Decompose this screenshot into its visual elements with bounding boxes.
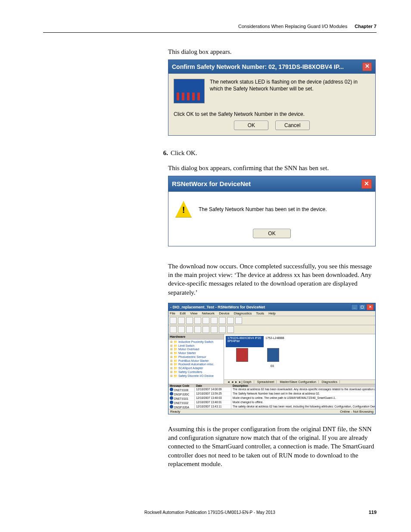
- tree-item[interactable]: Motor Overload: [170, 348, 222, 352]
- header-rule: [43, 32, 377, 33]
- col-header-date: Date: [195, 384, 231, 387]
- toolbar-button[interactable]: [227, 317, 234, 324]
- info-icon: [170, 401, 173, 404]
- tree-item[interactable]: Inductive Proximity Switch: [170, 340, 222, 344]
- toolbar-button[interactable]: [178, 326, 185, 333]
- toolbar-button[interactable]: [170, 326, 177, 333]
- dialog-message: The network status LED is flashing on th…: [210, 79, 370, 92]
- toolbar-button[interactable]: [170, 317, 177, 324]
- tree-item[interactable]: Limit Switch: [170, 344, 222, 348]
- hardware-sidebar: Hardware Inductive Proximity Switch Limi…: [168, 334, 224, 384]
- menu-view[interactable]: View: [190, 311, 197, 315]
- info-icon: [170, 405, 173, 408]
- toolbar-button[interactable]: [219, 317, 226, 324]
- toolbar-button[interactable]: [202, 317, 209, 324]
- app-toolbar-2: [168, 325, 375, 334]
- info-icon: [170, 392, 173, 395]
- app-toolbar: [168, 316, 375, 325]
- tree-item[interactable]: Safety Discrete I/O Device: [170, 374, 222, 378]
- step-6: 6. Click OK.: [159, 149, 377, 157]
- col-header-desc: Description: [231, 384, 375, 387]
- close-icon[interactable]: ✕: [367, 304, 374, 310]
- dialog-title-text: Confirm Safety Network Number: 02, 1791D…: [172, 63, 344, 70]
- message-row[interactable]: DNET:0102 12/10/2007 13:48:01 Mode chang…: [168, 400, 375, 404]
- device-address: 03: [271, 364, 274, 367]
- toolbar-button[interactable]: [211, 326, 218, 333]
- menu-device[interactable]: Device: [219, 311, 229, 315]
- page-number: 119: [369, 510, 377, 515]
- section-title: Considerations When Replacing Guard I/O …: [238, 24, 347, 29]
- rsnetworx-app-window: - DIO_replacement_Test - RSNetWorx for D…: [168, 303, 376, 414]
- menu-diagnostics[interactable]: Diagnostics: [234, 311, 252, 315]
- device-label[interactable]: 1752-L24BBB: [264, 336, 286, 340]
- tree-item[interactable]: Motor Starter: [170, 352, 222, 355]
- warning-icon: [175, 201, 192, 218]
- message-row[interactable]: DNET:0101 12/10/2007 13:48:03 Mode chang…: [168, 396, 375, 400]
- step-number: 6.: [159, 149, 171, 157]
- rsnetworx-confirm-dialog: RSNetWorx for DeviceNet ✕ The Safety Net…: [168, 176, 376, 246]
- status-left: Ready: [170, 410, 180, 414]
- publication-id: Rockwell Automation Publication 1791DS-U…: [144, 510, 275, 515]
- col-header-code: Message Code: [168, 384, 195, 387]
- sidebar-header: Hardware: [168, 334, 224, 339]
- toolbar-button[interactable]: [186, 326, 193, 333]
- menu-help[interactable]: Help: [268, 311, 275, 315]
- message-row[interactable]: DNSP:020A 12/10/2007 13:43:11 The safety…: [168, 404, 375, 409]
- ok-button[interactable]: OK: [234, 121, 268, 130]
- tab-master-slave[interactable]: Master/Slave Configuration: [277, 380, 318, 383]
- chapter-label: Chapter 7: [355, 24, 377, 29]
- app-title-text: - DIO_replacement_Test - RSNetWorx for D…: [170, 305, 265, 309]
- toolbar-button[interactable]: [194, 326, 201, 333]
- toolbar-button[interactable]: [235, 317, 242, 324]
- view-tabs: ◄ ◄ ► ►| Graph Spreadsheet Master/Slave …: [224, 380, 375, 384]
- toolbar-button[interactable]: [227, 326, 234, 333]
- hardware-tree[interactable]: Inductive Proximity Switch Limit Switch …: [168, 339, 224, 379]
- toolbar-button[interactable]: [202, 326, 209, 333]
- message-panel: Message Code Date Description DNET:0108 …: [168, 384, 375, 409]
- intro-text-2: This dialog box appears, confirming that…: [168, 164, 377, 172]
- close-icon[interactable]: ✕: [361, 179, 372, 189]
- toolbar-button[interactable]: [211, 317, 218, 324]
- graph-canvas[interactable]: 1791DS-IB8XOBV4 IP20 8Pt/4Pair 1752-L24B…: [224, 334, 375, 384]
- menu-file[interactable]: File: [170, 311, 175, 315]
- message-row[interactable]: DNSP:020C 12/10/2007 13:59:25 The Safety…: [168, 392, 375, 396]
- tab-graph[interactable]: ◄ ◄ ► ►| Graph: [225, 380, 254, 383]
- tree-item[interactable]: Rockwell Automation misc.: [170, 363, 222, 367]
- page-footer: Rockwell Automation Publication 1791DS-U…: [43, 510, 377, 515]
- info-icon: [170, 388, 173, 391]
- toolbar-button[interactable]: [219, 326, 226, 333]
- menu-network[interactable]: Network: [202, 311, 215, 315]
- menu-edit[interactable]: Edit: [180, 311, 186, 315]
- intro-text-1: This dialog box appears.: [168, 47, 377, 56]
- toolbar-button[interactable]: [194, 317, 201, 324]
- dialog-titlebar: Confirm Safety Network Number: 02, 1791D…: [168, 60, 375, 74]
- tree-item[interactable]: PointBus Motor Starter: [170, 359, 222, 363]
- tree-item[interactable]: Safety Controllers: [170, 370, 222, 374]
- confirm-snn-dialog: Confirm Safety Network Number: 02, 1791D…: [168, 59, 376, 136]
- tab-diagnostics[interactable]: Diagnostics: [320, 380, 340, 383]
- app-menubar[interactable]: File Edit View Network Device Diagnostic…: [168, 311, 375, 316]
- device-label-selected[interactable]: 1791DS-IB8XOBV4 IP20 8Pt/4Pair: [226, 336, 264, 347]
- toolbar-button[interactable]: [178, 317, 185, 324]
- toolbar-button[interactable]: [186, 317, 193, 324]
- device-thumbnail: [174, 79, 205, 103]
- cancel-button[interactable]: Cancel: [275, 121, 310, 130]
- dialog-title-text: RSNetWorx for DeviceNet: [172, 180, 251, 187]
- device-icon[interactable]: [236, 348, 248, 362]
- tree-item[interactable]: Photoelectric Sensor: [170, 355, 222, 359]
- close-icon[interactable]: ✕: [362, 62, 372, 71]
- device-icon[interactable]: [267, 348, 279, 362]
- maximize-icon[interactable]: ▢: [359, 304, 366, 310]
- minimize-icon[interactable]: _: [351, 304, 358, 310]
- status-bar: Ready Online - Not Browsing: [168, 409, 375, 414]
- tree-item[interactable]: SCANport Adapter: [170, 367, 222, 370]
- step-text: Click OK.: [171, 149, 197, 157]
- tab-spreadsheet[interactable]: Spreadsheet: [255, 380, 277, 383]
- paragraph-2: Assuming this is the proper configuratio…: [168, 425, 377, 468]
- dialog-titlebar: RSNetWorx for DeviceNet ✕: [168, 176, 375, 192]
- ok-button[interactable]: OK: [253, 229, 291, 238]
- app-titlebar: - DIO_replacement_Test - RSNetWorx for D…: [168, 303, 375, 311]
- message-row[interactable]: DNET:0108 12/10/2007 14:00:09 The device…: [168, 387, 375, 392]
- dialog-prompt: Click OK to set the Safety Network Numbe…: [174, 111, 370, 117]
- menu-tools[interactable]: Tools: [256, 311, 264, 315]
